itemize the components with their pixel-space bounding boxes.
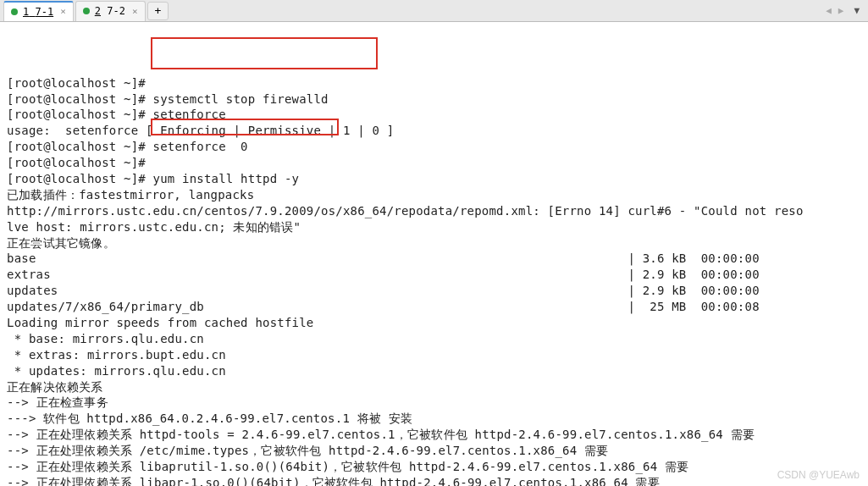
terminal-line: [root@localhost ~]# setenforce <box>7 108 234 121</box>
tab-7-1[interactable]: 1 7-1 × <box>3 1 74 21</box>
terminal-line: [root@localhost ~]# <box>7 156 153 169</box>
close-icon[interactable]: × <box>132 6 138 17</box>
terminal-line: * base: mirrors.qlu.edu.cn <box>7 332 204 345</box>
tab-nav: ◀ ▶ ▼ <box>826 5 865 16</box>
terminal-line: [root@localhost ~]# systemctl stop firew… <box>7 92 329 106</box>
terminal-line: --> 正在处理依赖关系 /etc/mime.types，它被软件包 httpd… <box>7 444 608 457</box>
terminal-line: [root@localhost ~]# setenforce 0 <box>7 140 248 153</box>
terminal-line: * updates: mirrors.qlu.edu.cn <box>7 364 226 378</box>
terminal-line: --> 正在检查事务 <box>7 395 108 409</box>
tab-bar: 1 7-1 × 2 7-2 × + ◀ ▶ ▼ <box>0 0 868 22</box>
watermark: CSDN @YUEAwb <box>777 469 860 481</box>
status-dot-icon <box>83 8 90 14</box>
dropdown-icon[interactable]: ▼ <box>854 5 860 16</box>
terminal-line: lve host: mirrors.ustc.edu.cn; 未知的错误" <box>7 220 301 234</box>
terminal-line: --> 正在处理依赖关系 libapr-1.so.0()(64bit)，它被软件… <box>7 476 660 486</box>
terminal-line: 正在解决依赖关系 <box>7 380 103 394</box>
terminal-line: http://mirrors.ustc.edu.cn/centos/7.9.20… <box>7 204 804 218</box>
new-tab-button[interactable]: + <box>147 2 169 20</box>
prev-tab-icon[interactable]: ◀ <box>826 5 832 16</box>
terminal-line: --> 正在处理依赖关系 httpd-tools = 2.4.6-99.el7.… <box>7 428 755 441</box>
terminal-line: 正在尝试其它镜像。 <box>7 236 115 250</box>
tab-label: 1 7-1 <box>23 6 53 18</box>
tab-label: 2 7-2 <box>95 5 125 17</box>
highlight-box <box>151 37 378 69</box>
terminal-line: base | 3.6 kB 00:00:00 <box>7 251 760 265</box>
close-icon[interactable]: × <box>60 6 66 17</box>
terminal-line: * extras: mirrors.bupt.edu.cn <box>7 348 226 362</box>
terminal-line: usage: setenforce [ Enforcing | Permissi… <box>7 124 394 137</box>
terminal-line: --> 正在处理依赖关系 libaprutil-1.so.0()(64bit)，… <box>7 460 688 473</box>
terminal-line: updates | 2.9 kB 00:00:00 <box>7 284 760 297</box>
tab-7-2[interactable]: 2 7-2 × <box>75 1 146 21</box>
terminal-line: 已加载插件：fastestmirror, langpacks <box>7 188 254 202</box>
terminal-line: [root@localhost ~]# yum install httpd -y <box>7 172 299 185</box>
terminal-line: [root@localhost ~]# <box>7 76 153 90</box>
terminal-line: ---> 软件包 httpd.x86_64.0.2.4.6-99.el7.cen… <box>7 411 412 425</box>
terminal-line: extras | 2.9 kB 00:00:00 <box>7 268 760 281</box>
next-tab-icon[interactable]: ▶ <box>838 5 844 16</box>
status-dot-icon <box>11 8 18 15</box>
terminal-line: Loading mirror speeds from cached hostfi… <box>7 316 313 329</box>
terminal-line: updates/7/x86_64/primary_db | 25 MB 00:0… <box>7 300 760 313</box>
terminal-output[interactable]: [root@localhost ~]# [root@localhost ~]# … <box>0 22 868 486</box>
